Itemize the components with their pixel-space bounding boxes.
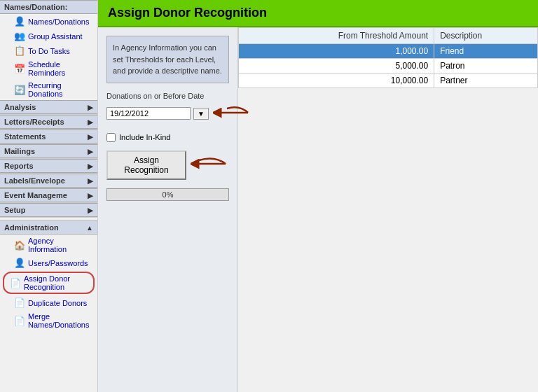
cell-amount: 1,000.00 [239, 44, 434, 59]
left-panel: In Agency Information you can set Thresh… [98, 27, 238, 392]
admin-header[interactable]: Administration ▲ [0, 220, 97, 234]
progress-bar: 0% [106, 188, 229, 201]
users-icon: 👤 [14, 258, 25, 268]
event-section: Event Manageme ▶ [0, 188, 97, 203]
event-arrow-icon: ▶ [88, 192, 93, 200]
setup-header[interactable]: Setup ▶ [0, 203, 97, 217]
schedule-icon: 📅 [14, 64, 25, 74]
sidebar-names-header: Names/Donation: [0, 0, 97, 14]
agency-icon: 🏠 [14, 240, 25, 251]
date-input[interactable] [106, 107, 191, 120]
reports-arrow-icon: ▶ [88, 162, 93, 170]
content-area: In Agency Information you can set Thresh… [98, 27, 538, 392]
letters-header[interactable]: Letters/Receipts ▶ [0, 115, 97, 129]
sidebar-item-duplicate[interactable]: 📄 Duplicate Donors [0, 295, 97, 310]
col-header-amount: From Threshold Amount [239, 28, 434, 44]
inkind-checkbox[interactable] [106, 133, 116, 142]
date-arrow-row: ▼ [106, 103, 229, 125]
duplicate-icon: 📄 [14, 298, 25, 308]
letters-section: Letters/Receipts ▶ [0, 115, 97, 130]
cell-description: Patron [434, 59, 538, 74]
todo-icon: 📋 [14, 46, 25, 56]
letters-arrow-icon: ▶ [88, 118, 93, 126]
date-label: Donations on or Before Date [106, 92, 229, 100]
sidebar-item-group-assistant[interactable]: 👥 Group Assistant [0, 29, 97, 43]
merge-icon: 📄 [14, 316, 25, 326]
assign-recognition-button[interactable]: Assign Recognition [106, 150, 186, 180]
cell-amount: 5,000.00 [239, 59, 434, 74]
cell-description: Partner [434, 74, 538, 88]
reports-section: Reports ▶ [0, 159, 97, 174]
sidebar: Names/Donation: 👤 Names/Donations 👥 Grou… [0, 0, 98, 392]
inkind-label: Include In-Kind [119, 133, 170, 141]
cell-description: Friend [434, 44, 538, 59]
right-panel: From Threshold Amount Description 1,000.… [238, 27, 538, 392]
group-icon: 👥 [14, 31, 25, 41]
sidebar-item-todo[interactable]: 📋 To Do Tasks [0, 43, 97, 58]
assign-arrow-indicator [191, 154, 229, 176]
date-form-group: Donations on or Before Date ▼ [106, 92, 229, 125]
names-icon: 👤 [14, 16, 25, 27]
progress-bar-label: 0% [107, 189, 228, 200]
setup-section: Setup ▶ [0, 203, 97, 218]
sidebar-item-names-donations[interactable]: 👤 Names/Donations [0, 14, 97, 29]
date-input-row: ▼ [106, 107, 209, 120]
assign-btn-row: Assign Recognition [106, 150, 229, 180]
page-title: Assign Donor Recognition [98, 0, 538, 27]
labels-header[interactable]: Labels/Envelope ▶ [0, 174, 97, 188]
sidebar-item-recurring[interactable]: 🔄 Recurring Donations [0, 79, 97, 100]
sidebar-item-schedule[interactable]: 📅 Schedule Reminders [0, 58, 97, 79]
analysis-section: Analysis ▶ [0, 100, 97, 115]
labels-section: Labels/Envelope ▶ [0, 174, 97, 188]
assign-red-arrow-svg [191, 154, 229, 174]
analysis-arrow-icon: ▶ [88, 104, 93, 111]
inkind-row: Include In-Kind [106, 133, 229, 142]
info-box: In Agency Information you can set Thresh… [106, 36, 229, 83]
sidebar-item-assign-donor[interactable]: 📄 Assign Donor Recognition [3, 272, 95, 294]
analysis-header[interactable]: Analysis ▶ [0, 100, 97, 114]
cell-amount: 10,000.00 [239, 74, 434, 88]
statements-header[interactable]: Statements ▶ [0, 130, 97, 144]
col-header-description: Description [434, 28, 538, 44]
admin-arrow-icon: ▲ [86, 224, 93, 232]
statements-arrow-icon: ▶ [88, 133, 93, 141]
table-row[interactable]: 1,000.00Friend [239, 44, 538, 59]
mailings-arrow-icon: ▶ [88, 148, 93, 155]
threshold-rows: 1,000.00Friend5,000.00Patron10,000.00Par… [239, 44, 538, 88]
sidebar-item-agency-info[interactable]: 🏠 Agency Information [0, 234, 97, 255]
assign-donor-icon: 📄 [10, 278, 21, 288]
table-row[interactable]: 10,000.00Partner [239, 74, 538, 88]
reports-header[interactable]: Reports ▶ [0, 159, 97, 173]
event-header[interactable]: Event Manageme ▶ [0, 188, 97, 202]
threshold-table: From Threshold Amount Description 1,000.… [238, 27, 538, 88]
statements-section: Statements ▶ [0, 130, 97, 144]
sidebar-item-users[interactable]: 👤 Users/Passwords [0, 255, 97, 270]
labels-arrow-icon: ▶ [88, 177, 93, 185]
mailings-header[interactable]: Mailings ▶ [0, 144, 97, 158]
table-row[interactable]: 5,000.00Patron [239, 59, 538, 74]
sidebar-item-merge[interactable]: 📄 Merge Names/Donations [0, 310, 97, 331]
sidebar-names-items: 👤 Names/Donations 👥 Group Assistant 📋 To… [0, 14, 97, 100]
recurring-icon: 🔄 [14, 85, 25, 95]
main-content: Assign Donor Recognition In Agency Infor… [98, 0, 538, 392]
mailings-section: Mailings ▶ [0, 144, 97, 159]
date-dropdown-button[interactable]: ▼ [193, 108, 209, 120]
setup-arrow-icon: ▶ [88, 206, 93, 214]
